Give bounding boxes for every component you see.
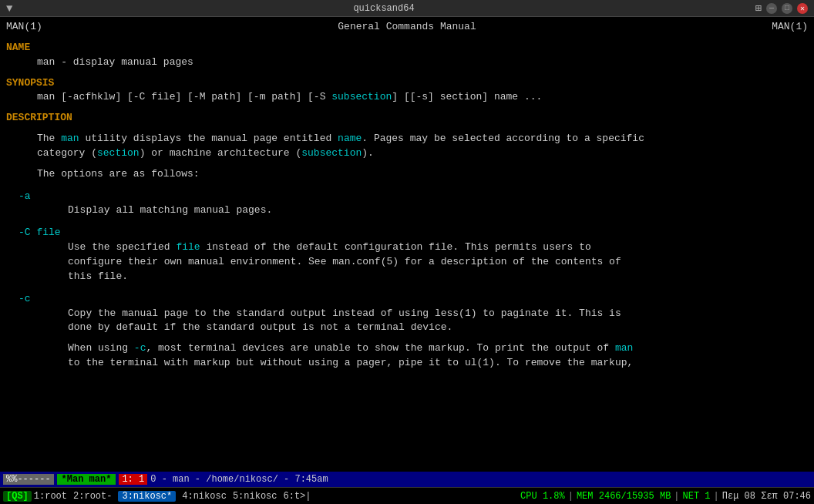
status-mode: %%------: [3, 474, 54, 485]
tab-4-label: 4:nikosc: [182, 491, 227, 502]
desc-name-ref: name: [338, 133, 362, 144]
flag-C-label-line: -C file: [18, 226, 808, 240]
name-description: man - display manual pages: [37, 55, 808, 70]
man-page-content: MAN(1) General Commands Manual MAN(1) NA…: [0, 17, 814, 472]
cpu-label: CPU: [520, 491, 537, 502]
flag-C-desc1: Use the specified file instead of the de…: [68, 240, 808, 255]
man-header: MAN(1) General Commands Manual MAN(1): [6, 20, 808, 35]
name-desc-text: man - display manual pages: [37, 56, 193, 68]
sep3: |: [714, 491, 719, 502]
flag-c-label: -c: [18, 293, 31, 304]
description-heading: DESCRIPTION: [6, 111, 808, 126]
sep2: |: [674, 491, 679, 502]
tab-5[interactable]: 5:nikosc: [233, 491, 278, 502]
cpu-sep: [537, 491, 543, 502]
sep1: |: [568, 491, 574, 502]
flag-c-desc4: to the terminal with markup but without …: [68, 356, 808, 371]
flag-a-section: -a Display all matching manual pages.: [6, 190, 808, 219]
desc-options-line: The options are as follows:: [37, 167, 808, 182]
flag-C-label: -C file: [18, 227, 61, 238]
pin-icon: ⊞: [755, 2, 762, 15]
status-bar: %%------ *Man man* 1: 1 0 - man - /home/…: [0, 472, 814, 487]
tab-1-label: 1:root: [34, 491, 67, 502]
flag-a-label-line: -a: [18, 190, 808, 204]
tab-1[interactable]: 1:root: [34, 491, 67, 502]
titlebar: ▼ quicksand64 ⊞ — □ ✕: [0, 0, 814, 17]
titlebar-left: ▼: [6, 2, 12, 15]
tab-6: 6:t>|: [283, 491, 311, 502]
tab-2-label: 2:root-: [73, 491, 112, 502]
titlebar-controls: ⊞ — □ ✕: [755, 2, 808, 15]
flag-a-label: -a: [18, 190, 31, 202]
status-position: 1: 1: [119, 474, 147, 485]
desc-p1-before: The: [37, 133, 61, 144]
desc-p1l2-before: category (: [37, 147, 97, 159]
close-button[interactable]: ✕: [797, 3, 808, 14]
name-heading: NAME: [6, 41, 808, 55]
tab-5-label: 5:nikosc: [233, 491, 278, 502]
flag-C-desc3: this file.: [68, 270, 808, 284]
flag-C-desc2: configure their own manual environment. …: [68, 255, 808, 270]
synopsis-heading: SYNOPSIS: [6, 76, 808, 91]
tab-3-active[interactable]: 3:nikosc*: [118, 491, 176, 502]
flag-C-file-ref: file: [176, 241, 200, 253]
tab-3-label: 3:nikosc*: [122, 491, 172, 502]
mem-sep: [594, 491, 599, 502]
bottom-bar: [QS] 1:root 2:root- 3:nikosc* 4:nikosc 5…: [0, 487, 814, 504]
synopsis-before: man [-acfhklw] [-C file] [-M path] [-m p…: [37, 91, 331, 102]
qs-label: [QS]: [3, 491, 32, 502]
desc-subsection-ref: subsection: [301, 147, 362, 159]
desc-para1: The man utility displays the manual page…: [37, 132, 808, 146]
man-title-center: General Commands Manual: [338, 20, 476, 35]
desc-man-ref: man: [61, 133, 79, 144]
description-section: DESCRIPTION The man utility displays the…: [6, 111, 808, 371]
status-buffer: *Man man*: [57, 474, 116, 485]
terminal-icon: ▼: [6, 2, 12, 15]
flag-c-d3-mid: , most terminal devices are unable to sh…: [146, 342, 615, 354]
desc-section-ref: section: [97, 147, 140, 159]
flag-c-d3-before: When using: [68, 342, 134, 354]
flag-c-desc3: When using -c, most terminal devices are…: [68, 341, 808, 356]
desc-p1l2-after: ).: [362, 147, 374, 159]
minimize-button[interactable]: —: [766, 3, 777, 14]
desc-p1l2-mid: ) or machine architecture (: [140, 147, 302, 159]
maximize-button[interactable]: □: [782, 3, 792, 14]
flag-c-inline: -c: [134, 342, 146, 354]
flag-c-man-ref: man: [615, 342, 633, 354]
flag-a-desc: Display all matching manual pages.: [68, 203, 808, 218]
flag-c-desc2: done by default if the standard output i…: [68, 321, 808, 335]
desc-para1-line2: category (section) or machine architectu…: [37, 146, 808, 161]
flag-c-section: -c Copy the manual page to the standard …: [6, 292, 808, 371]
tab-2[interactable]: 2:root-: [73, 491, 112, 502]
status-rest: 0 - man - /home/nikosc/ - 7:45am: [150, 474, 811, 485]
desc-p1-mid: utility displays the manual page entitle…: [79, 133, 338, 144]
synopsis-section: SYNOPSIS man [-acfhklw] [-C file] [-M pa…: [6, 76, 808, 106]
net-label: NET 1: [683, 491, 711, 502]
titlebar-title: quicksand64: [353, 3, 414, 14]
mem-label: MEM: [577, 491, 594, 502]
flag-C-section: -C file Use the specified file instead o…: [6, 226, 808, 284]
desc-options-text: The options are as follows:: [37, 168, 200, 180]
cpu-value: 1.8%: [543, 491, 565, 502]
datetime: Πεμ 08 Σεπ 07:46: [722, 491, 811, 502]
synopsis-line: man [-acfhklw] [-C file] [-M path] [-m p…: [37, 90, 808, 105]
tab-6-label: 6:t>|: [283, 491, 311, 502]
flag-C-d1: Use the specified: [68, 241, 176, 253]
man-title-left: MAN(1): [6, 20, 42, 35]
flag-c-desc1: Copy the manual page to the standard out…: [68, 307, 808, 321]
mem-value: 2466/15935 MB: [599, 491, 671, 502]
name-section: NAME man - display manual pages: [6, 41, 808, 70]
synopsis-after: ] [[-s] section] name ...: [392, 91, 542, 102]
man-title-right: MAN(1): [772, 20, 808, 35]
synopsis-subsection: subsection: [331, 91, 392, 102]
desc-p1-after: . Pages may be selected according to a s…: [362, 133, 644, 144]
tab-4[interactable]: 4:nikosc: [182, 491, 227, 502]
flag-c-label-line: -c: [18, 292, 808, 307]
flag-C-d2: instead of the default configuration fil…: [200, 241, 591, 253]
